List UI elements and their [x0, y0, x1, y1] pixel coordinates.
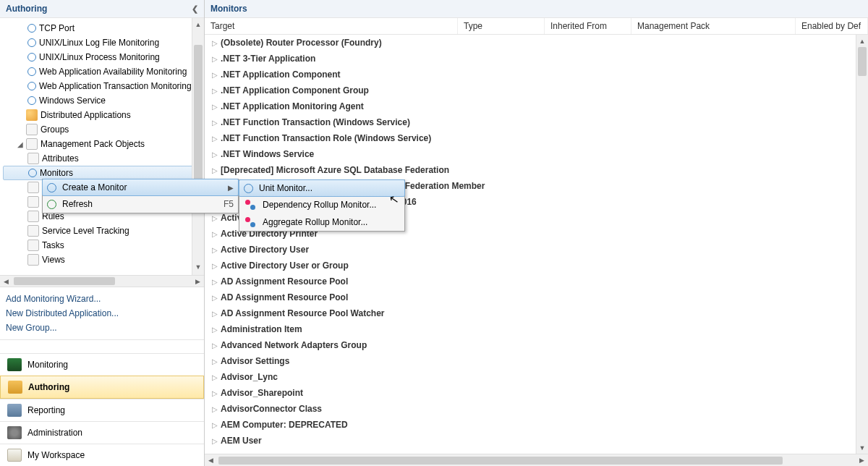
- table-row[interactable]: ▷AEM Computer: DEPRECATED: [205, 417, 868, 433]
- expand-icon[interactable]: ▷: [209, 326, 221, 334]
- table-row[interactable]: ▷Advanced Network Adapters Group: [205, 337, 868, 353]
- expand-icon[interactable]: ▷: [209, 278, 221, 286]
- table-row[interactable]: ▷Active Directory User or Group: [205, 258, 868, 274]
- scroll-left-icon[interactable]: ◀: [205, 457, 217, 464]
- scroll-left-icon[interactable]: ◀: [0, 278, 12, 285]
- expand-icon[interactable]: ▷: [209, 119, 221, 127]
- tree-item[interactable]: UNIX/Linux Log File Monitoring: [0, 35, 204, 50]
- tree-item[interactable]: UNIX/Linux Process Monitoring: [0, 50, 204, 64]
- expand-icon[interactable]: ▷: [209, 230, 221, 238]
- ctx-create-monitor[interactable]: Create a Monitor ▶: [42, 179, 239, 196]
- scroll-thumb[interactable]: [218, 457, 783, 465]
- table-row[interactable]: ▷Administration Item: [205, 321, 868, 337]
- nav-monitoring[interactable]: Monitoring: [0, 353, 204, 376]
- new-group-link[interactable]: New Group...: [6, 321, 198, 335]
- table-row[interactable]: ▷AEM User: [205, 433, 868, 449]
- ctx-refresh[interactable]: Refresh F5: [43, 195, 238, 213]
- scroll-track[interactable]: [192, 30, 204, 260]
- ctx-dependency-rollup[interactable]: Dependency Rollup Monitor...: [239, 196, 404, 213]
- add-monitoring-wizard-link[interactable]: Add Monitoring Wizard...: [6, 292, 198, 306]
- expand-icon[interactable]: ▷: [209, 166, 221, 174]
- expand-icon[interactable]: ▷: [209, 55, 221, 63]
- tree-item-groups[interactable]: Groups: [0, 122, 204, 137]
- grid-vscrollbar[interactable]: ▲ ▼: [856, 35, 868, 454]
- table-row[interactable]: ▷Advisor_Sharepoint: [205, 385, 868, 401]
- col-enabled[interactable]: Enabled by Def: [796, 18, 868, 34]
- tree-item[interactable]: Windows Service: [0, 93, 204, 108]
- table-row[interactable]: ▷.NET Application Monitoring Agent: [205, 98, 868, 114]
- expand-icon[interactable]: ▷: [209, 357, 221, 365]
- rules-icon: [27, 211, 39, 222]
- col-target[interactable]: Target: [205, 18, 458, 34]
- expand-icon[interactable]: ▷: [209, 405, 221, 413]
- scroll-thumb[interactable]: [858, 47, 867, 76]
- expand-icon[interactable]: ▷: [209, 262, 221, 270]
- expand-icon[interactable]: ▷: [209, 246, 221, 254]
- tree-vscrollbar[interactable]: ▲ ▼: [192, 18, 204, 275]
- scroll-track[interactable]: [856, 47, 868, 441]
- new-distributed-app-link[interactable]: New Distributed Application...: [6, 306, 198, 321]
- scroll-down-icon[interactable]: ▼: [192, 260, 204, 273]
- table-row[interactable]: ▷AdvisorConnector Class: [205, 401, 868, 417]
- ctx-unit-monitor[interactable]: Unit Monitor...: [239, 179, 405, 197]
- grid-hscrollbar[interactable]: ◀ ▶: [205, 454, 868, 466]
- ctx-aggregate-rollup[interactable]: Aggregate Rollup Monitor...: [239, 213, 404, 231]
- table-row[interactable]: ▷.NET Application Component: [205, 67, 868, 82]
- collapse-icon[interactable]: ❮: [192, 4, 198, 14]
- scroll-track[interactable]: [217, 457, 856, 465]
- expand-icon[interactable]: ▷: [209, 342, 221, 350]
- nav-authoring[interactable]: Authoring: [0, 376, 204, 399]
- scroll-up-icon[interactable]: ▲: [192, 18, 204, 30]
- tree-item[interactable]: TCP Port: [0, 21, 204, 35]
- scroll-right-icon[interactable]: ▶: [856, 457, 868, 464]
- table-row[interactable]: ▷Active Directory User: [205, 242, 868, 258]
- table-row[interactable]: ▷Advisor_Lync: [205, 369, 868, 385]
- expand-icon[interactable]: ▷: [209, 310, 221, 318]
- expand-icon[interactable]: ▷: [209, 389, 221, 397]
- col-mgmtpack[interactable]: Management Pack: [631, 18, 796, 34]
- scroll-right-icon[interactable]: ▶: [192, 278, 204, 285]
- table-row[interactable]: ▷[Deprecated] Microsoft Azure SQL Databa…: [205, 162, 868, 178]
- tree-item[interactable]: Service Level Tracking: [0, 224, 204, 238]
- col-type[interactable]: Type: [458, 18, 545, 34]
- expand-icon[interactable]: ▷: [209, 437, 221, 445]
- tree-item-mpo[interactable]: ◢Management Pack Objects: [0, 137, 204, 151]
- table-row[interactable]: ▷.NET Function Transaction (Windows Serv…: [205, 114, 868, 130]
- table-row[interactable]: ▷AD Assignment Resource Pool: [205, 274, 868, 289]
- tree-item-views[interactable]: Views: [0, 253, 204, 267]
- scroll-up-icon[interactable]: ▲: [856, 35, 868, 47]
- nav-reporting[interactable]: Reporting: [0, 399, 204, 421]
- tree-item-monitors[interactable]: Monitors: [3, 166, 201, 180]
- col-inherited[interactable]: Inherited From: [545, 18, 631, 34]
- table-row[interactable]: ▷.NET Application Component Group: [205, 82, 868, 98]
- scroll-thumb[interactable]: [194, 45, 203, 190]
- table-row[interactable]: ▷(Obsolete) Router Processor (Foundry): [205, 35, 868, 51]
- nav-administration[interactable]: Administration: [0, 421, 204, 444]
- expand-icon[interactable]: ▷: [209, 294, 221, 302]
- expand-icon[interactable]: ▷: [209, 103, 221, 111]
- expand-icon[interactable]: ▷: [209, 87, 221, 95]
- expand-icon[interactable]: ▷: [209, 135, 221, 143]
- expand-icon[interactable]: ▷: [209, 71, 221, 79]
- scroll-down-icon[interactable]: ▼: [856, 441, 868, 454]
- tree-item-distributed[interactable]: Distributed Applications: [0, 108, 204, 122]
- expand-icon[interactable]: ▷: [209, 39, 221, 47]
- table-row[interactable]: ▷AD Assignment Resource Pool Watcher: [205, 305, 868, 321]
- expand-icon[interactable]: ▷: [209, 214, 221, 222]
- table-row[interactable]: ▷AD Assignment Resource Pool: [205, 289, 868, 305]
- expand-icon[interactable]: ▷: [209, 151, 221, 158]
- tree-item[interactable]: Web Application Transaction Monitoring: [0, 79, 204, 93]
- tree-hscrollbar[interactable]: ◀ ▶: [0, 275, 204, 287]
- tree-item-attributes[interactable]: Attributes: [0, 151, 204, 166]
- table-row[interactable]: ▷.NET Function Transaction Role (Windows…: [205, 130, 868, 146]
- expand-icon[interactable]: ▷: [209, 421, 221, 429]
- tree-item[interactable]: Web Application Availability Monitoring: [0, 64, 204, 79]
- tree-item-tasks[interactable]: Tasks: [0, 238, 204, 253]
- nav-workspace[interactable]: My Workspace: [0, 444, 204, 466]
- table-row[interactable]: ▷.NET 3-Tier Application: [205, 51, 868, 67]
- table-row[interactable]: ▷Advisor Settings: [205, 353, 868, 369]
- expander-icon[interactable]: ◢: [16, 140, 25, 148]
- table-row[interactable]: ▷.NET Windows Service: [205, 146, 868, 162]
- expand-icon[interactable]: ▷: [209, 373, 221, 381]
- scroll-thumb[interactable]: [14, 277, 115, 285]
